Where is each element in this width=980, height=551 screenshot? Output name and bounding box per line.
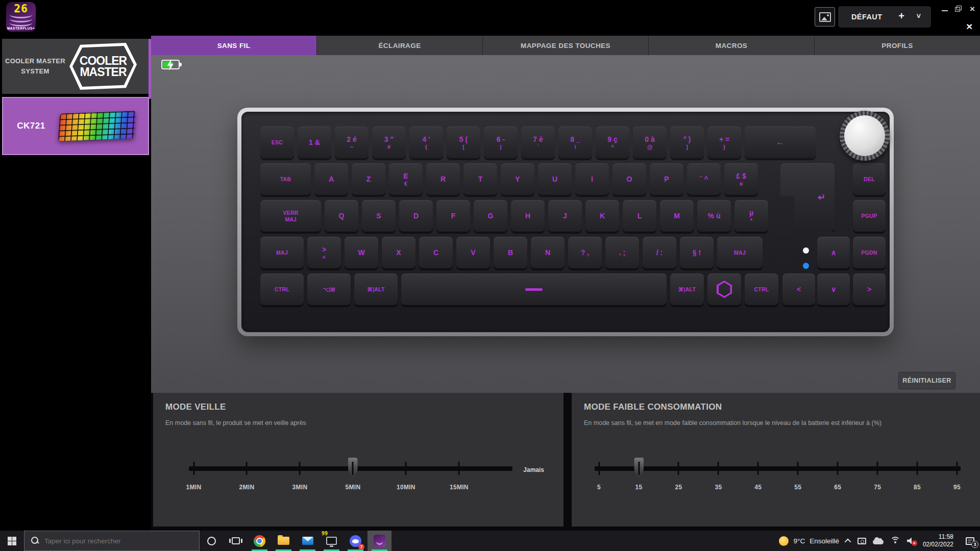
task-view-button[interactable]: [224, 531, 248, 551]
sidebar-item-ck721[interactable]: CK721: [2, 97, 149, 155]
key-a[interactable]: A: [314, 163, 348, 195]
key-r[interactable]: R: [426, 163, 460, 195]
key-3[interactable]: 3 "#: [372, 127, 406, 158]
key-n[interactable]: N: [531, 237, 565, 268]
key-q[interactable]: Q: [325, 200, 358, 232]
volume-muted-icon[interactable]: ×: [907, 537, 916, 545]
key-tab[interactable]: TAB: [260, 163, 311, 195]
key-t[interactable]: T: [463, 163, 497, 195]
key-m[interactable]: M: [660, 200, 694, 232]
onedrive-icon[interactable]: [873, 540, 884, 544]
key-sym[interactable]: ? ,: [568, 237, 602, 268]
key-8[interactable]: 8 _\: [558, 127, 592, 158]
key-z[interactable]: Z: [352, 163, 385, 195]
key-backspace[interactable]: ←: [745, 127, 816, 158]
key-caps-lock[interactable]: VERRMAJ: [260, 200, 321, 232]
add-profile-button[interactable]: +: [898, 10, 904, 22]
key-u[interactable]: U: [538, 163, 572, 195]
key-i[interactable]: I: [575, 163, 609, 195]
taskbar-app-explorer[interactable]: [272, 531, 296, 551]
key-left-alt[interactable]: ⌘|ALT: [354, 273, 398, 305]
key-c[interactable]: C: [419, 237, 453, 268]
screen-cast-icon[interactable]: [857, 538, 866, 544]
key-s[interactable]: S: [362, 200, 396, 232]
taskbar-app-masterplus[interactable]: [368, 531, 391, 551]
profile-image-button[interactable]: [815, 7, 835, 27]
key-cm-key[interactable]: [707, 273, 741, 305]
key-f[interactable]: F: [436, 200, 470, 232]
key-sym[interactable]: / :: [643, 237, 676, 268]
key-sym[interactable]: § !: [680, 237, 714, 268]
key-sym[interactable]: . ;: [605, 237, 639, 268]
key-2[interactable]: 2 é~: [335, 127, 369, 158]
taskbar-app-mail[interactable]: [296, 531, 320, 551]
key-left-shift[interactable]: MAJ: [260, 237, 304, 268]
key-sym[interactable]: £ $¤: [724, 163, 758, 195]
key-del[interactable]: DEL: [853, 163, 886, 195]
key-h[interactable]: H: [511, 200, 545, 232]
search-input[interactable]: [44, 537, 187, 545]
weather-widget[interactable]: 9°C Ensoleillé: [779, 536, 839, 546]
key-5[interactable]: 5 ([: [447, 127, 480, 158]
key-alt-gr[interactable]: ⌘|ALT: [670, 273, 704, 305]
key-arrow-left[interactable]: <: [782, 273, 815, 305]
key-sym[interactable]: ¨ ^: [687, 163, 721, 195]
key-k[interactable]: K: [585, 200, 619, 232]
key-sym[interactable]: ><: [307, 237, 341, 268]
key-4[interactable]: 4 '{: [409, 127, 443, 158]
close-button[interactable]: ×: [968, 5, 977, 13]
key-sym[interactable]: + =}: [707, 127, 741, 158]
tab-mappage[interactable]: MAPPAGE DES TOUCHES: [483, 36, 648, 55]
tab-macros[interactable]: MACROS: [649, 36, 814, 55]
key-sym[interactable]: % ù: [697, 200, 731, 232]
key-pgdn[interactable]: PGDN: [853, 237, 886, 268]
taskbar-clock[interactable]: 11:58 02/02/2022: [923, 533, 953, 548]
key-e[interactable]: E€: [389, 163, 423, 195]
key-pgup[interactable]: PGUP: [853, 200, 886, 232]
key-j[interactable]: J: [548, 200, 582, 232]
slider-track[interactable]: [595, 466, 961, 471]
reset-button[interactable]: RÉINITIALISER: [898, 372, 955, 389]
volume-knob[interactable]: [840, 111, 890, 161]
key-arrow-down[interactable]: ∨: [817, 273, 850, 305]
key-enter[interactable]: ↵: [780, 163, 835, 232]
key-d[interactable]: D: [399, 200, 433, 232]
key-g[interactable]: G: [474, 200, 507, 232]
key-l[interactable]: L: [623, 200, 656, 232]
key-6[interactable]: 6 -|: [484, 127, 518, 158]
taskbar-app-chrome[interactable]: [248, 531, 272, 551]
key-v[interactable]: V: [456, 237, 490, 268]
restore-button[interactable]: [954, 5, 964, 13]
tab-eclairage[interactable]: ÉCLAIRAGE: [317, 36, 482, 55]
close-panel-icon[interactable]: ×: [966, 20, 972, 33]
key-right-shift[interactable]: MAJ: [717, 237, 763, 268]
key-esc[interactable]: ESC: [260, 127, 294, 158]
key-7[interactable]: 7 è`: [521, 127, 555, 158]
key-sym[interactable]: ° )]: [670, 127, 704, 158]
low-power-slider[interactable]: 5152535455565758595: [595, 452, 961, 503]
tray-expand-icon[interactable]: [845, 538, 851, 545]
key-o[interactable]: O: [612, 163, 646, 195]
key-arrow-right[interactable]: >: [853, 273, 886, 305]
key-x[interactable]: X: [382, 237, 415, 268]
taskbar-app-fps-monitor[interactable]: 99: [320, 531, 344, 551]
key-sym[interactable]: µ*: [734, 200, 768, 232]
key-0[interactable]: 0 à@: [633, 127, 667, 158]
key-y[interactable]: Y: [501, 163, 534, 195]
key-p[interactable]: P: [650, 163, 683, 195]
taskbar-search[interactable]: [24, 531, 200, 551]
tab-profils[interactable]: PROFILS: [815, 36, 980, 55]
chevron-down-icon[interactable]: ˅: [917, 12, 921, 20]
key-win[interactable]: ⌥|⊞: [307, 273, 351, 305]
start-button[interactable]: [0, 531, 24, 551]
wifi-icon[interactable]: [890, 537, 900, 545]
taskbar-app-discord[interactable]: 7: [344, 531, 368, 551]
key-space[interactable]: [401, 273, 667, 305]
tab-sans-fil[interactable]: SANS FIL: [151, 36, 316, 55]
key-1[interactable]: 1 &: [298, 127, 331, 158]
sleep-slider[interactable]: Jamais 1MIN2MIN3MIN5MIN10MIN15MIN: [189, 452, 512, 503]
key-right-ctrl[interactable]: CTRL: [745, 273, 778, 305]
key-left-ctrl[interactable]: CTRL: [260, 273, 304, 305]
action-center-button[interactable]: 3: [960, 531, 980, 551]
key-9[interactable]: 9 ç^: [596, 127, 629, 158]
